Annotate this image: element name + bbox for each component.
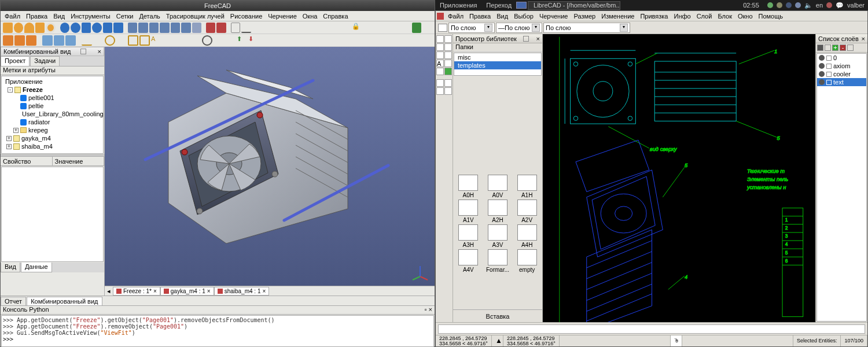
tb-torus-icon[interactable] [46,23,56,33]
template-thumb[interactable] [458,224,478,241]
menu-tools[interactable]: Инструменты [68,13,113,20]
menu-part[interactable]: Деталь [136,13,163,20]
tb-revolve-icon[interactable] [138,23,148,33]
tb-mirror-icon[interactable] [149,23,159,33]
linestyle-combo[interactable]: По слою▾ [543,23,630,33]
tb2-move[interactable] [190,35,201,46]
tb-seg1-icon[interactable] [263,23,273,33]
power-icon[interactable] [826,2,832,8]
layer-add-icon[interactable]: + [832,45,838,51]
tray-icon[interactable] [767,2,773,8]
tool-arc-icon[interactable] [444,35,452,43]
goto-menu[interactable]: Переход [481,2,516,9]
panel-close-icon[interactable]: × [862,35,865,42]
tree-root[interactable]: Freeze [23,86,43,93]
layer-row[interactable]: 0 [817,54,866,62]
lc-menu-layer[interactable]: Слой [694,13,715,20]
tb-line3-icon[interactable] [387,23,397,33]
layer-row[interactable]: cooler [817,70,866,78]
model-tree[interactable]: Приложение -Freeze peltie001 peltie User… [1,76,104,154]
layers-list[interactable]: 0 axiom cooler text [816,53,867,322]
tb-line-icon[interactable] [241,23,251,33]
property-grid[interactable] [1,167,104,262]
tb2-draft-text[interactable]: A [151,35,161,46]
tree-item[interactable]: peltie [28,102,43,109]
apps-menu[interactable]: Приложения [435,2,481,9]
tb2-draft-circle[interactable] [105,35,115,46]
linetype-combo[interactable]: По слою▾ [448,23,495,33]
tb-cylinder-icon[interactable] [14,23,24,33]
close-tab-icon[interactable]: × [262,288,266,294]
tb2-offset[interactable] [214,35,224,46]
tb-cone-icon[interactable] [35,23,45,33]
chat-icon[interactable]: 💬 [836,2,844,9]
tb2-addpoint[interactable] [295,35,305,46]
template-thumb[interactable] [488,249,507,265]
tb2-4[interactable] [42,35,53,46]
tb-line2-icon[interactable] [377,23,387,33]
taskbar-item-librecad[interactable]: LibreCAD - [/home/valber/bm... [528,1,620,10]
tool-info-icon[interactable] [444,79,452,87]
tb2-draft-rect[interactable] [128,35,138,46]
tb2-edit[interactable] [271,35,282,46]
tb-chamfer-icon[interactable] [171,23,181,33]
lc-menu-view[interactable]: Вид [494,13,511,20]
tree-item[interactable]: peltie001 [28,94,54,101]
template-thumb[interactable] [458,200,478,216]
tray-rect[interactable] [516,2,527,9]
lc-menu-dim[interactable]: Размер [571,13,598,20]
menu-file[interactable]: Файл [2,13,23,20]
template-thumb[interactable] [488,224,507,241]
console-close-icon[interactable]: ▫ × [425,306,432,313]
layer-edit-icon[interactable] [847,45,854,51]
menu-help[interactable]: Справка [320,13,351,20]
lc-menu-edit[interactable]: Правка [466,13,494,20]
tb2-1[interactable] [3,35,13,46]
command-input[interactable] [438,324,865,334]
tb-sphere-icon[interactable] [24,23,34,33]
tb-bool2-icon[interactable] [71,23,80,33]
tab-project[interactable]: Проект [1,56,30,66]
tool-line-icon[interactable] [436,35,444,43]
lc-menu-file[interactable]: Файл [445,13,466,20]
tb-seg2-icon[interactable] [274,23,284,33]
menu-windows[interactable]: Окна [300,13,321,20]
layer-row[interactable]: text [817,78,866,86]
menu-mesh[interactable]: Сетки [113,13,137,20]
tb-seg3-icon[interactable] [284,23,294,33]
menu-view[interactable]: Вид [50,13,68,20]
tb2-draft-dim[interactable] [163,35,173,46]
tb2-downgrade[interactable]: ⬇ [248,35,259,46]
template-thumb[interactable] [458,175,478,191]
tool-image-icon[interactable] [444,68,452,75]
tool-spline-icon[interactable] [436,51,444,59]
tb2-extra1[interactable] [341,35,351,46]
folder-templates[interactable]: templates [454,61,541,69]
linetype-swatch[interactable] [438,24,447,32]
insert-button[interactable]: Вставка [453,309,542,322]
tb-play-icon[interactable] [412,23,422,33]
tab-scroll-left[interactable]: ◂ [105,287,113,295]
keyboard-lang[interactable]: en [816,2,823,9]
template-thumb[interactable] [517,224,537,241]
eye-icon[interactable] [819,79,825,85]
tb-seg6-icon[interactable] [317,23,326,33]
tree-item[interactable]: radiator [28,119,50,125]
tb-ruled-icon[interactable] [181,23,191,33]
lc-menu-block[interactable]: Блок [715,13,735,20]
folder-misc[interactable]: misc [454,53,541,61]
tool-text-icon[interactable]: A [436,60,444,67]
panel-close-icon[interactable]: × [98,48,101,55]
tree-item[interactable]: gayka_m4 [21,135,51,142]
menu-raytrace[interactable]: Трасировщик лучей [163,13,227,20]
tb-fillet-icon[interactable] [160,23,170,33]
panel-restore-icon[interactable] [523,36,529,42]
template-thumb[interactable] [488,175,507,191]
tb2-draft-wire[interactable] [93,35,104,46]
lc-menu-info[interactable]: Инфо [671,13,693,20]
tray-icon[interactable] [786,2,792,8]
tb-bool4-icon[interactable] [92,23,102,33]
lc-menu-help[interactable]: Помощь [756,13,786,20]
tb-seg5-icon[interactable] [306,23,315,33]
template-thumb[interactable] [517,249,537,265]
